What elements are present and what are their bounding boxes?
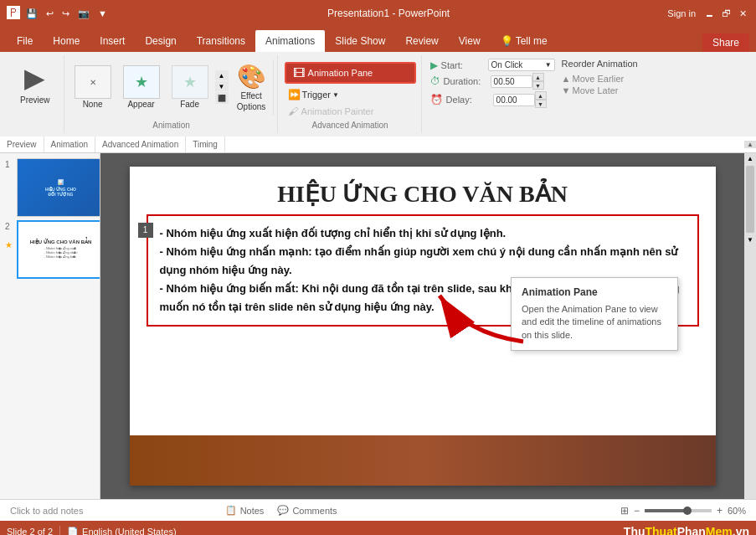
- minimize-btn[interactable]: 🗕: [702, 7, 716, 20]
- zoom-slider[interactable]: [645, 509, 712, 512]
- redo-qat-btn[interactable]: ↪: [59, 7, 72, 21]
- slide-thumb-1[interactable]: 1 📊 HIỆU ỨNG CHO ĐỐI TƯỢNG: [17, 158, 96, 217]
- delay-label: Delay:: [446, 95, 490, 105]
- timing-duration-row: ⏱ Duration: 00.50 ▲ ▼: [430, 73, 555, 90]
- zoom-handle[interactable]: [683, 507, 692, 515]
- duration-spinner: ▲ ▼: [532, 73, 544, 90]
- start-clock-icon: ▶: [430, 59, 438, 71]
- animation-painter-icon: 🖌: [288, 105, 298, 117]
- tab-transitions[interactable]: Transitions: [187, 30, 255, 52]
- group-timing: ▶ Start: On Click ▼ ⏱ Duration: 00.50 ▲: [424, 55, 645, 133]
- group-labels-bar: Preview Animation Advanced Animation Tim…: [0, 136, 756, 153]
- preview-btn[interactable]: ▶ Preview: [13, 59, 57, 108]
- start-value: On Click: [491, 60, 523, 69]
- brand-mem: Mem: [706, 525, 733, 535]
- custom-qat-btn[interactable]: 📷: [75, 7, 92, 21]
- delay-down-btn[interactable]: ▼: [535, 100, 547, 108]
- share-btn[interactable]: Share: [702, 33, 749, 52]
- timing-start-row: ▶ Start: On Click ▼: [430, 59, 555, 71]
- notes-btn[interactable]: 📋 Notes: [225, 505, 265, 516]
- qat-dropdown-btn[interactable]: ▼: [95, 7, 110, 20]
- delay-spinner: ▲ ▼: [535, 91, 547, 108]
- trigger-btn[interactable]: ⏩ Trigger ▼: [285, 87, 416, 102]
- move-later-icon: ▼: [562, 85, 571, 95]
- comments-icon: 💬: [277, 505, 289, 516]
- animation-pane-label: Animation Pane: [308, 68, 373, 78]
- start-select[interactable]: On Click ▼: [488, 59, 555, 71]
- tab-insert[interactable]: Insert: [90, 30, 135, 52]
- slide-2-body: - Nhóm hiệu ứng xuất- Nhóm hiệu ứng nhấn…: [43, 244, 80, 261]
- duration-up-btn[interactable]: ▲: [532, 73, 544, 81]
- window-title: Presentation1 - PowerPoint: [110, 8, 667, 19]
- tab-design[interactable]: Design: [135, 30, 186, 52]
- scroll-down-arrow[interactable]: ▼: [745, 234, 755, 245]
- zoom-in-btn[interactable]: +: [717, 505, 723, 517]
- group-animation: ✕ None ★ Appear ★ Fade ▲ ▼: [66, 55, 278, 133]
- comments-btn[interactable]: 💬 Comments: [277, 505, 337, 516]
- gl-animation: Animation: [44, 136, 95, 152]
- scroll-up-btn[interactable]: ▲: [215, 70, 229, 80]
- brand-vn: .vn: [733, 525, 749, 535]
- tab-home[interactable]: Home: [43, 30, 90, 52]
- animation-none[interactable]: ✕ None: [69, 62, 116, 112]
- trigger-dropdown-icon: ▼: [332, 91, 339, 99]
- tab-view[interactable]: View: [449, 30, 491, 52]
- delay-input-group: 00.00 ▲ ▼: [493, 91, 547, 108]
- timing-delay-row: ⏰ Delay: 00.00 ▲ ▼: [430, 91, 555, 108]
- slide-thumb-2[interactable]: 2 ★ HIỆU ỨNG CHO VĂN BẢN - Nhóm hiệu ứng…: [17, 220, 96, 279]
- brand-area: ThuThuatPhanMem.vn: [624, 525, 749, 535]
- effect-options-icon: 🎨: [237, 63, 266, 90]
- scroll-up-arrow[interactable]: ▲: [745, 153, 755, 164]
- animation-pane-btn[interactable]: 🎞 Animation Pane: [285, 62, 416, 84]
- notes-bar: Click to add notes 📋 Notes 💬 Comments ⊞ …: [0, 499, 756, 521]
- scroll-thumb[interactable]: [746, 166, 754, 233]
- move-earlier-btn[interactable]: ▲ Move Earlier: [562, 74, 638, 84]
- move-later-btn[interactable]: ▼ Move Later: [562, 85, 638, 95]
- save-qat-btn[interactable]: 💾: [23, 7, 40, 21]
- duration-input[interactable]: 00.50: [491, 75, 532, 88]
- window-controls: 🗕 🗗 ✕: [702, 7, 749, 20]
- delay-input[interactable]: 00.00: [493, 94, 535, 106]
- tab-animations[interactable]: Animations: [255, 30, 325, 52]
- click-to-add-notes[interactable]: Click to add notes: [10, 506, 83, 516]
- tooltip-body: Open the Animation Pane to view and edit…: [522, 303, 667, 342]
- tooltip-popup: Animation Pane Open the Animation Pane t…: [511, 277, 678, 351]
- animation-fade[interactable]: ★ Fade: [167, 62, 213, 112]
- brand-thuat: Thuat: [645, 525, 677, 535]
- slide-body-badge: 1: [138, 223, 153, 238]
- main-area: 1 📊 HIỆU ỨNG CHO ĐỐI TƯỢNG 2 ★ HIỆU ỨNG …: [0, 153, 756, 499]
- animation-painter-label: Animation Painter: [301, 106, 374, 116]
- delay-value: 00.00: [496, 95, 517, 105]
- slide-info: Slide 2 of 2: [7, 527, 53, 535]
- fit-slide-icon[interactable]: ⊞: [620, 505, 629, 517]
- tab-tellme[interactable]: 💡 Tell me: [491, 30, 558, 52]
- delay-up-btn[interactable]: ▲: [535, 91, 547, 100]
- ribbon-collapse-btn[interactable]: ▲: [744, 141, 756, 148]
- animation-painter-btn[interactable]: 🖌 Animation Painter: [285, 104, 416, 119]
- slide-title: HIỆU ỨNG CHO VĂN BẢN: [130, 167, 716, 214]
- preview-icon: ▶: [24, 62, 45, 94]
- zoom-controls: ⊞ − + 60%: [620, 505, 746, 517]
- close-btn[interactable]: ✕: [736, 7, 749, 20]
- animation-appear[interactable]: ★ Appear: [118, 62, 165, 112]
- duration-down-btn[interactable]: ▼: [532, 81, 544, 90]
- effect-options-btn[interactable]: 🎨 EffectOptions: [230, 59, 274, 116]
- title-bar: 🅿 💾 ↩ ↪ 📷 ▼ Presentation1 - PowerPoint S…: [0, 0, 756, 27]
- trigger-label: Trigger: [302, 90, 331, 100]
- group-advanced-animation: 🎞 Animation Pane ⏩ Trigger ▼ 🖌 Animation…: [280, 55, 422, 133]
- vertical-scrollbar[interactable]: ▲ ▼: [744, 153, 756, 499]
- undo-qat-btn[interactable]: ↩: [44, 7, 56, 21]
- adv-btns: 🎞 Animation Pane ⏩ Trigger ▼ 🖌 Animation…: [285, 59, 416, 119]
- signin-btn[interactable]: Sign in: [667, 8, 696, 18]
- slide-2-bg: HIỆU ỨNG CHO VĂN BẢN - Nhóm hiệu ứng xuấ…: [18, 222, 100, 277]
- tab-file[interactable]: File: [7, 30, 43, 52]
- tab-slideshow[interactable]: Slide Show: [325, 30, 395, 52]
- animation-items: ✕ None ★ Appear ★ Fade ▲ ▼: [69, 55, 274, 119]
- slide-footer: [130, 435, 716, 486]
- tab-review[interactable]: Review: [395, 30, 448, 52]
- zoom-out-btn[interactable]: −: [634, 505, 640, 517]
- restore-btn[interactable]: 🗗: [719, 7, 733, 20]
- scroll-down-btn[interactable]: ▼: [215, 81, 229, 91]
- scroll-more-btn[interactable]: ⬛: [215, 92, 229, 104]
- tooltip-title: Animation Pane: [522, 286, 667, 298]
